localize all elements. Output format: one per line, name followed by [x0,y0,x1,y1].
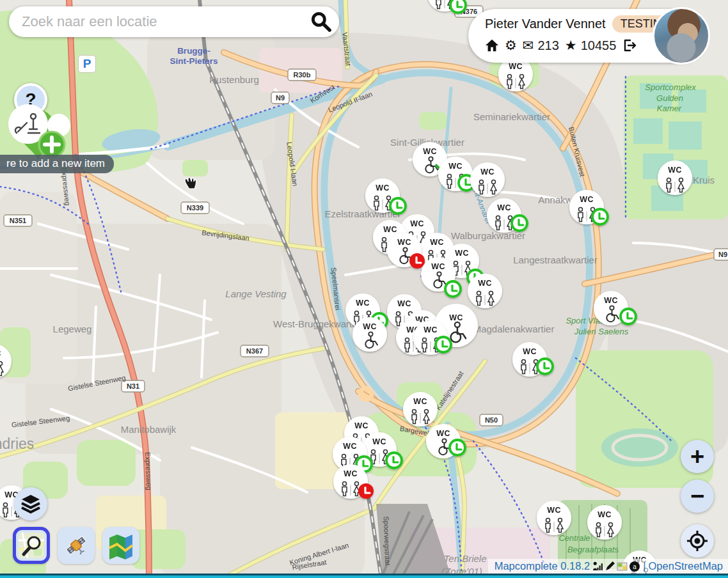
svg-text:WC: WC [436,429,450,438]
zoom-in-button[interactable]: + [681,440,714,473]
add-item-tooltip: re to add a new item [0,155,114,173]
road-shield: N351 [4,215,32,226]
map-label: Brugge- [177,46,210,56]
toilet-marker[interactable]: WC [537,501,571,535]
svg-text:WC: WC [455,249,468,258]
map-label: Walburgakwartier [451,230,525,241]
toilet-marker[interactable]: WC [403,392,438,426]
svg-text:R30b: R30b [294,71,311,79]
svg-text:WC: WC [448,162,462,171]
toilet-marker[interactable]: WC [658,160,692,195]
crosshair-icon [686,530,708,552]
toilet-marker[interactable]: WC [470,162,505,197]
road-shield: N31 [122,380,145,392]
road-shield: R30b [288,69,316,81]
svg-text:WC: WC [363,322,376,331]
map-label: Lange Vesting [225,288,287,299]
map-label: Legeweg [53,324,92,334]
svg-text:WC: WC [547,506,560,515]
svg-text:WC: WC [344,469,357,478]
svg-text:N351: N351 [10,217,26,224]
search-icon[interactable] [310,10,333,33]
community-icon[interactable]: a [629,561,640,572]
map-label: Expressweg [144,452,153,490]
svg-text:WC: WC [430,238,443,247]
map-label: Gulden [656,93,683,103]
opening-hours-badge [450,440,465,455]
satellite-icon [62,531,90,559]
svg-text:WC: WC [397,238,411,247]
style-osm-button[interactable] [13,527,50,564]
road-shield: N50 [480,414,503,426]
map-label: Magdalenakwartier [473,324,555,334]
map-label: Sportcomplex [645,82,696,92]
svg-text:WC: WC [497,203,510,212]
messages-count: 213 [537,38,558,53]
map-label: Begraafplaats [567,545,619,554]
svg-text:N367: N367 [246,347,263,355]
search-input[interactable] [9,13,310,30]
search-bar [9,6,339,37]
attribution-separator: | [643,560,645,572]
settings-gear-icon[interactable]: ⚙ [505,38,517,53]
bottom-theme-bar [0,574,728,578]
opening-hours-badge [537,359,553,374]
map-label: Julien Saelens [574,327,629,336]
style-map-button[interactable] [102,527,139,564]
hand-cursor-icon [181,171,200,194]
opening-hours-badge [358,483,374,499]
road-shield: N339 [181,202,209,214]
theme-icon[interactable] [617,561,628,572]
svg-text:a: a [633,563,637,570]
geolocate-button[interactable] [681,524,714,558]
svg-text:WC: WC [480,168,494,176]
zoom-out-button[interactable]: − [681,480,714,513]
svg-text:N9: N9 [276,94,285,102]
opening-hours-badge [386,453,402,468]
star-icon[interactable]: ★ [565,38,577,53]
map-label: Seminariekwartier [473,111,550,122]
svg-text:WC: WC [478,279,491,288]
opening-hours-badge [592,209,608,224]
map-label: Sint-Pieters [170,56,218,66]
svg-text:WC: WC [354,421,368,430]
openstreetmap-link[interactable]: OpenStreetMap [649,560,723,572]
svg-text:WC: WC [523,347,536,356]
logout-icon[interactable] [622,38,637,53]
edit-pencil-icon[interactable] [605,561,615,572]
opening-hours-badge [450,0,466,13]
svg-text:WC: WC [343,442,356,451]
svg-text:WC: WC [449,313,463,322]
svg-text:WC: WC [356,299,369,308]
map-label: Centrale [558,533,590,543]
user-panel: Pieter Vander Vennet TESTING ⚙ ✉ 213 ★ 1… [468,9,708,63]
opening-hours-badge [445,281,461,297]
home-icon[interactable] [485,38,499,52]
svg-text:WC: WC [580,195,593,204]
svg-text:WC: WC [372,437,386,446]
toilet-marker[interactable]: WC [468,274,502,308]
layers-button[interactable] [14,487,47,520]
map-label: Manitobawijk [121,424,177,435]
svg-text:N9: N9 [718,251,727,258]
messages-envelope-icon[interactable]: ✉ [523,38,534,53]
user-avatar[interactable] [653,7,710,65]
toilet-marker[interactable]: WC [587,505,622,540]
svg-text:N339: N339 [187,204,203,212]
parking-symbol: P [78,55,96,73]
svg-text:WC: WC [0,349,1,358]
svg-text:WC: WC [431,262,445,271]
mapcomplete-version[interactable]: Mapcomplete 0.18.2 [495,560,590,572]
layers-icon [20,493,42,515]
attribution-bar: Mapcomplete 0.18.2 a | OpenStreetMap [488,559,728,574]
statistics-icon[interactable] [592,561,603,572]
opening-hours-badge [409,253,425,269]
style-satellite-button[interactable] [58,527,95,564]
toilet-marker-wheelchair[interactable]: WC [352,317,387,352]
svg-text:WC: WC [509,62,522,71]
map-label: Kruis [693,175,715,185]
road-shield: N9 [714,249,728,260]
map-canvas[interactable]: N376R30bN9N339N351N367N31N50N9 Rustenbur… [0,0,728,578]
svg-text:WC: WC [423,147,436,156]
svg-text:WC: WC [668,166,681,175]
